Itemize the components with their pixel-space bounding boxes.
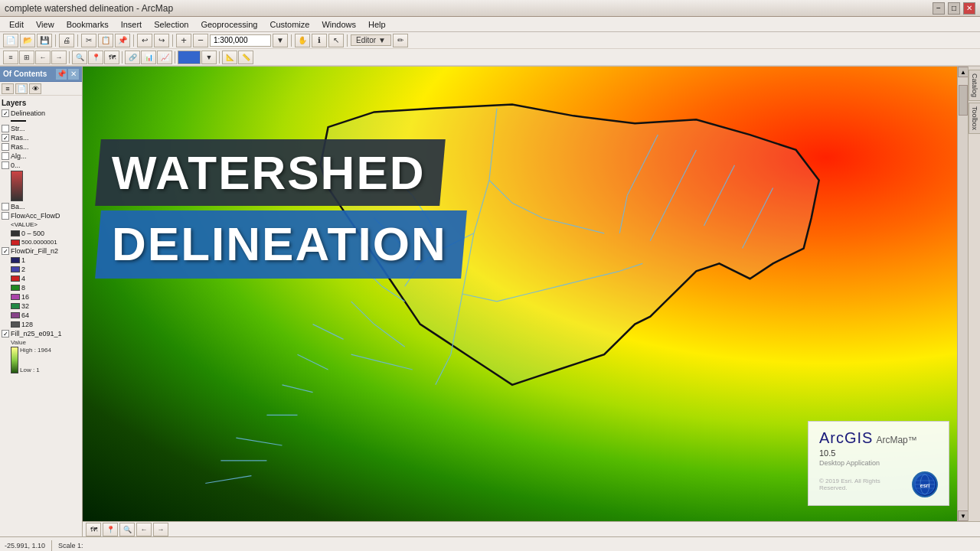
toc-item-delineation[interactable]: ✓ Delineation	[2, 109, 80, 118]
cut-button[interactable]: ✂	[81, 34, 96, 47]
print-button[interactable]: 🖨	[59, 34, 74, 47]
toc-pin-button[interactable]: 📌	[56, 69, 67, 80]
tb2-btn6[interactable]: 📍	[88, 51, 103, 64]
toc-cb-fill[interactable]: ✓	[2, 330, 9, 337]
toc-item-flowacc[interactable]: FlowAcc_FlowD	[2, 211, 80, 220]
select-button[interactable]: ↖	[328, 34, 344, 47]
menu-selection[interactable]: Selection	[148, 19, 194, 30]
maximize-button[interactable]: □	[948, 2, 960, 15]
toc-cb-str[interactable]	[2, 125, 9, 132]
toc-vis-btn[interactable]: 👁	[29, 83, 41, 94]
toc-close-button[interactable]: ✕	[68, 69, 79, 80]
new-button[interactable]: 📄	[3, 34, 18, 47]
sep-b1	[69, 51, 70, 64]
toc-cb-flowacc[interactable]	[2, 212, 9, 220]
tb2-btn9[interactable]: 📊	[141, 51, 156, 64]
toc-item-alg[interactable]: Alg...	[2, 152, 80, 161]
tb2-color1[interactable]	[178, 51, 201, 64]
toc-cb-q1[interactable]	[2, 161, 9, 169]
toc-cb-ras1[interactable]: ✓	[2, 134, 9, 142]
tb2-meas1[interactable]: 📐	[222, 51, 237, 64]
toc-fill-value-label: Value	[11, 339, 51, 346]
toc-toolbar: ≡ 📄 👁	[0, 82, 82, 96]
toc-label-q1: 0...	[11, 161, 21, 169]
zoom-in-button[interactable]: +	[176, 34, 191, 47]
map-tool-1[interactable]: 🗺	[86, 523, 101, 536]
toc-label-flowacc: FlowAcc_FlowD	[11, 212, 60, 220]
tb2-btn2[interactable]: ⊞	[19, 51, 34, 64]
scroll-up-button[interactable]: ▲	[958, 67, 969, 77]
zoom-out-button[interactable]: −	[193, 34, 208, 47]
toc-cb-delineation[interactable]: ✓	[2, 109, 9, 117]
toc-cb-flowdir[interactable]: ✓	[2, 247, 9, 255]
menu-windows[interactable]: Windows	[315, 19, 362, 30]
save-button[interactable]: 💾	[37, 34, 52, 47]
edit-tool-button[interactable]: ✏	[393, 34, 408, 47]
sep-b3	[175, 51, 175, 64]
scale-go-button[interactable]: ▼	[273, 34, 288, 47]
menu-geoprocessing[interactable]: Geoprocessing	[194, 19, 263, 30]
toc-cb-ba[interactable]	[2, 203, 9, 210]
identify-button[interactable]: ℹ	[312, 34, 327, 47]
toc-source-btn[interactable]: 📄	[15, 83, 28, 94]
close-button[interactable]: ✕	[963, 2, 975, 15]
toc-item-flowdir[interactable]: ✓ FlowDir_Fill_n2	[2, 246, 80, 256]
toc-color-v8	[11, 285, 20, 291]
minimize-button[interactable]: −	[933, 2, 945, 15]
tb2-btn4[interactable]: →	[51, 51, 67, 64]
map-tool-5[interactable]: →	[153, 523, 168, 536]
map-tool-4[interactable]: ←	[136, 523, 152, 536]
toc-label-ras1: Ras...	[11, 134, 29, 142]
menu-view[interactable]: View	[30, 19, 60, 30]
toc-label-ba: Ba...	[11, 203, 25, 210]
tb2-btn1[interactable]: ≡	[3, 51, 18, 64]
tb2-btn10[interactable]: 📈	[157, 51, 172, 64]
menu-edit[interactable]: Edit	[3, 19, 30, 30]
menu-help[interactable]: Help	[362, 19, 392, 30]
undo-button[interactable]: ↩	[137, 34, 152, 47]
toc-cb-ras2[interactable]	[2, 143, 9, 151]
map-tool-2[interactable]: 📍	[103, 523, 118, 536]
toc-color-v64	[11, 312, 20, 318]
menu-insert[interactable]: Insert	[115, 19, 149, 30]
scroll-thumb[interactable]	[959, 85, 968, 116]
scroll-track[interactable]	[958, 77, 968, 510]
toc-item-q1[interactable]: 0...	[2, 161, 80, 170]
delineation-title-text: DELINEATION	[112, 217, 447, 271]
menu-customize[interactable]: Customize	[263, 19, 315, 30]
vertical-scrollbar[interactable]: ▲ ▼	[957, 67, 968, 521]
toc-item-ba[interactable]: Ba...	[2, 202, 80, 211]
toc-item-fill[interactable]: ✓ Fill_n25_e091_1	[2, 329, 80, 338]
toc-fill-high: High : 1964	[20, 347, 51, 354]
toc-content: Layers ✓ Delineation Str... ✓ Ras... Ra	[0, 96, 82, 536]
toc-item-ras2[interactable]: Ras...	[2, 142, 80, 152]
tb2-btn3[interactable]: ←	[35, 51, 51, 64]
tb2-color-dropdown[interactable]: ▼	[201, 51, 217, 64]
tb2-meas2[interactable]: 📏	[238, 51, 253, 64]
redo-button[interactable]: ↪	[154, 34, 169, 47]
arcgis-sub-label: ArcMap™	[876, 435, 916, 445]
catalog-tab[interactable]: Catalog	[969, 70, 981, 101]
toc-fill-low: Low : 1	[20, 367, 51, 373]
scroll-down-button[interactable]: ▼	[958, 510, 969, 521]
toc-item-str[interactable]: Str...	[2, 124, 80, 133]
toc-item-ras1[interactable]: ✓ Ras...	[2, 133, 80, 142]
toc-list-btn[interactable]: ≡	[2, 83, 14, 94]
separator-1	[55, 34, 56, 47]
scale-input[interactable]	[210, 34, 271, 47]
tb2-btn7[interactable]: 🗺	[104, 51, 119, 64]
separator-5	[291, 34, 292, 47]
menu-bookmarks[interactable]: Bookmarks	[60, 19, 115, 30]
toolbox-tab[interactable]: Toolbox	[969, 103, 981, 134]
tb2-btn5[interactable]: 🔍	[72, 51, 87, 64]
open-button[interactable]: 📂	[20, 34, 35, 47]
editor-dropdown-label[interactable]: Editor ▼	[351, 34, 391, 46]
copy-button[interactable]: 📋	[98, 34, 113, 47]
tb2-btn8[interactable]: 🔗	[125, 51, 140, 64]
paste-button[interactable]: 📌	[115, 34, 130, 47]
map-tool-3[interactable]: 🔍	[119, 523, 135, 536]
map-viewport[interactable]: WATERSHED DELINEATION ArcGIS ArcMap™ 10.…	[83, 67, 957, 521]
svg-text:esri: esri	[920, 483, 930, 488]
pan-button[interactable]: ✋	[295, 34, 310, 47]
toc-cb-alg[interactable]	[2, 152, 9, 160]
